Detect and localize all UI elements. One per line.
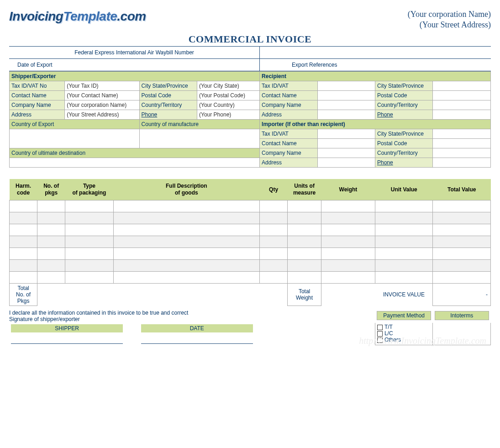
shipper-sig-line[interactable] <box>11 335 123 344</box>
parties-table: Shipper/Exporter Recipient Tax ID/VAT No… <box>9 71 491 168</box>
col-uom: Units of measure <box>288 179 321 200</box>
shipper-phone-value[interactable]: (Your Phone) <box>197 110 260 119</box>
importer-address-label: Address <box>260 158 317 167</box>
item-row[interactable] <box>10 200 491 212</box>
importer-city-value[interactable] <box>433 129 491 138</box>
country-dest-value[interactable] <box>10 158 260 167</box>
checkbox-icon[interactable] <box>377 325 383 330</box>
importer-phone-label: Phone <box>375 158 432 167</box>
shipper-postal-value[interactable]: (Your Postal Code) <box>197 90 260 100</box>
importer-phone-value[interactable] <box>433 158 491 167</box>
item-row[interactable] <box>10 224 491 236</box>
importer-country-label: Country/Territory <box>375 148 432 158</box>
country-export-label: Country of Export <box>10 119 140 129</box>
invoice-value-label: INVOICE VALUE <box>375 283 433 306</box>
shipper-tax-value[interactable]: (Your Tax ID) <box>65 81 139 90</box>
recipient-tax-value[interactable] <box>317 81 375 90</box>
importer-company-label: Company Name <box>260 148 317 158</box>
shipper-address-label: Address <box>10 110 65 119</box>
waybill-table: Federal Express International Air Waybil… <box>9 46 491 59</box>
importer-tax-label: Tax ID/VAT <box>260 129 317 138</box>
header-bar: InvoicingTemplate.com (Your corporation … <box>9 9 491 31</box>
col-type: Type of packaging <box>65 179 113 200</box>
recipient-country-value[interactable] <box>433 100 491 110</box>
shipper-city-label: City State/Province <box>139 81 197 90</box>
item-row[interactable] <box>10 259 491 271</box>
corp-address: (Your Street Address) <box>408 20 491 30</box>
page-title: COMMERCIAL INVOICE <box>9 33 491 45</box>
country-export-value[interactable] <box>10 129 140 148</box>
recipient-contact-label: Contact Name <box>260 90 317 100</box>
recipient-postal-label: Postal Code <box>375 90 432 100</box>
item-row[interactable] <box>10 212 491 224</box>
item-row[interactable] <box>10 271 491 283</box>
recipient-phone-value[interactable] <box>433 110 491 119</box>
shipper-postal-label: Postal Code <box>139 90 197 100</box>
invoice-value: - <box>433 283 491 306</box>
recipient-company-label: Company Name <box>260 100 317 110</box>
importer-postal-value[interactable] <box>433 138 491 148</box>
col-desc: Full Description of goods <box>113 179 259 200</box>
country-manuf-value[interactable] <box>139 129 259 148</box>
recipient-city-value[interactable] <box>433 81 491 90</box>
country-dest-label: Country of ultimate destination <box>10 148 260 158</box>
col-weight: Weight <box>321 179 375 200</box>
payment-method-header: Payment Method <box>377 311 431 320</box>
logo: InvoicingTemplate.com <box>9 9 146 24</box>
shipper-country-label: Country/Territory <box>139 100 197 110</box>
col-qty: Qty <box>260 179 288 200</box>
waybill-value[interactable] <box>260 46 491 58</box>
total-pkgs-value[interactable] <box>37 283 65 306</box>
shipper-contact-value[interactable]: (Your Contact Name) <box>65 90 139 100</box>
shipper-contact-label: Contact Name <box>10 90 65 100</box>
shipper-country-value[interactable]: (Your Country) <box>197 100 260 110</box>
shipper-company-value[interactable]: (Your corporation Name) <box>65 100 139 110</box>
shipper-phone-label: Phone <box>139 110 197 119</box>
corp-info: (Your corporation Name) (Your Street Add… <box>408 9 491 31</box>
shipper-city-value[interactable]: (Your City State) <box>197 81 260 90</box>
date-refs-table: Date of Export Export References <box>9 59 491 71</box>
corp-name: (Your corporation Name) <box>408 9 491 20</box>
shipper-address-value[interactable]: (Your Street Address) <box>65 110 139 119</box>
recipient-city-label: City State/Province <box>375 81 432 90</box>
recipient-contact-value[interactable] <box>317 90 375 100</box>
total-weight-label: Total Weight <box>288 283 321 306</box>
recipient-country-label: Country/Territory <box>375 100 432 110</box>
shipper-company-label: Company Name <box>10 100 65 110</box>
country-manuf-label: Country of manufacture <box>139 119 259 129</box>
date-sig-label: DATE <box>141 324 253 332</box>
shipper-tax-label: Tax ID/VAT No <box>10 81 65 90</box>
importer-company-value[interactable] <box>317 148 375 158</box>
col-totalval: Total Value <box>433 179 491 200</box>
signature-label: Signature of shipper/exporter <box>9 316 375 322</box>
importer-city-label: City State/Province <box>375 129 432 138</box>
col-harm: Harm. code <box>10 179 37 200</box>
importer-tax-value[interactable] <box>317 129 375 138</box>
recipient-tax-label: Tax ID/VAT <box>260 81 317 90</box>
date-of-export-label: Date of Export <box>9 59 260 71</box>
pm-tt[interactable]: T/T <box>377 324 431 330</box>
export-refs-label: Export References <box>260 59 491 71</box>
date-sig-line[interactable] <box>141 335 253 344</box>
recipient-address-label: Address <box>260 110 317 119</box>
item-row[interactable] <box>10 236 491 248</box>
total-weight-value[interactable] <box>321 283 375 306</box>
importer-section-title: Importer (If other than recipient) <box>260 119 491 129</box>
col-unitval: Unit Value <box>375 179 433 200</box>
total-pkgs-label: Total No. of Pkgs <box>10 283 37 306</box>
importer-country-value[interactable] <box>433 148 491 158</box>
declaration-text: I declare all the information contained … <box>9 310 375 316</box>
importer-contact-label: Contact Name <box>260 138 317 148</box>
items-table: Harm. code No. of pkgs Type of packaging… <box>9 179 491 306</box>
recipient-company-value[interactable] <box>317 100 375 110</box>
waybill-label: Federal Express International Air Waybil… <box>9 46 260 58</box>
importer-contact-value[interactable] <box>317 138 375 148</box>
recipient-section-title: Recipient <box>260 71 491 81</box>
recipient-phone-label: Phone <box>375 110 432 119</box>
item-row[interactable] <box>10 248 491 259</box>
importer-postal-label: Postal Code <box>375 138 432 148</box>
importer-address-value[interactable] <box>317 158 375 167</box>
recipient-postal-value[interactable] <box>433 90 491 100</box>
watermark: http://www.InvoicingTemplate.com <box>359 336 486 346</box>
recipient-address-value[interactable] <box>317 110 375 119</box>
